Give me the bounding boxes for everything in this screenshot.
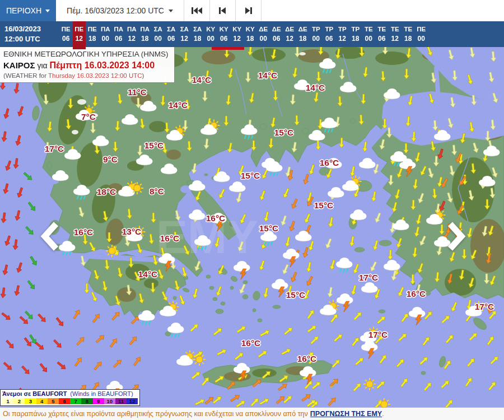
time-column-ΤΕ-12[interactable]: ΤΕ12 [389, 21, 402, 47]
previous-map-chevron[interactable] [38, 221, 63, 254]
beaufort-cell-12: 12 [127, 398, 138, 404]
beaufort-cell-5: 5 [48, 398, 59, 404]
time-column-ΤΡ-18[interactable]: ΤΡ18 [349, 21, 362, 47]
beaufort-cell-6: 6 [59, 398, 70, 404]
time-columns: ΠΕ06ΠΕ12ΠΕ18ΠΑ00ΠΑ06ΠΑ12ΠΑ18ΣΑ00ΣΑ06ΣΑ12… [59, 21, 428, 47]
selected-datetime: 16/03/2023 12:00 UTC [4, 24, 41, 44]
region-dropdown-button[interactable]: ΠΕΡΙΟΧΗ [0, 0, 56, 21]
weather-map: ΕΜΥ11°C14°C14°C14°C14°C7°C17°C15°C9°C15°… [0, 47, 504, 407]
disclaimer-period: . [382, 410, 384, 418]
skip-to-first-button[interactable] [184, 0, 210, 21]
temperature-label: 15°C [259, 223, 279, 233]
temperature-label: 13°C [122, 227, 142, 236]
time-column-ΔΕ-12[interactable]: ΔΕ12 [283, 21, 297, 47]
temperature-label: 18°C [97, 187, 116, 197]
datetime-dropdown-button[interactable]: Πέμ. 16/03/2023 12:00 UTC [56, 0, 184, 21]
time-column-ΠΑ-18[interactable]: ΠΑ18 [138, 21, 152, 47]
temperature-label: 11°C [128, 87, 147, 97]
time-column-ΚΥ-18[interactable]: ΚΥ18 [244, 21, 257, 47]
temperature-label: 17°C [475, 302, 494, 311]
agency-title: ΕΘΝΙΚΗ ΜΕΤΕΩΡΟΛΟΓΙΚΗ ΥΠΗΡΕΣΙΑ (HNMS) [3, 49, 168, 59]
step-back-icon [218, 7, 227, 15]
temperature-label: 16°C [241, 338, 261, 348]
disclaimer-text: Οι παραπάνω χάρτες είναι προϊόντα αριθμη… [3, 410, 308, 418]
temperature-label: 15°C [274, 128, 294, 137]
beaufort-cell-11: 11 [115, 398, 127, 404]
step-forward-button[interactable] [236, 0, 262, 21]
time-column-ΣΑ-06[interactable]: ΣΑ06 [165, 21, 178, 47]
time-column-ΔΕ-06[interactable]: ΔΕ06 [270, 21, 283, 47]
temperature-label: 14°C [258, 71, 278, 80]
temperature-label: 7°C [81, 112, 96, 122]
map-title-box: ΕΘΝΙΚΗ ΜΕΤΕΩΡΟΛΟΓΙΚΗ ΥΠΗΡΕΣΙΑ (HNMS) ΚΑΙ… [0, 47, 175, 83]
beaufort-cell-1: 1 [2, 398, 13, 404]
temperature-label: 16°C [74, 227, 94, 237]
temperature-label: 14°C [169, 100, 188, 110]
timebar-scroll-indicator [212, 47, 244, 50]
time-column-ΚΥ-00[interactable]: ΚΥ00 [204, 21, 218, 47]
next-map-chevron[interactable] [444, 221, 468, 254]
selected-date: 16/03/2023 [4, 24, 41, 34]
legend-title: Άνεμοι σε BEAUFORT(Winds in BEAUFORT) [2, 390, 138, 398]
time-column-ΤΡ-06[interactable]: ΤΡ06 [323, 21, 336, 47]
beaufort-cell-7: 7 [70, 398, 81, 404]
temperature-label: 8°C [150, 186, 164, 196]
time-column-ΤΕ-06[interactable]: ΤΕ06 [375, 21, 389, 47]
temperature-label: 16°C [407, 289, 426, 298]
datetime-dropdown-label: Πέμ. 16/03/2023 12:00 UTC [67, 6, 164, 15]
sun-icon [131, 182, 143, 194]
temperature-label: 16°C [160, 234, 180, 243]
temperature-label: 17°C [368, 330, 388, 339]
step-back-button[interactable] [210, 0, 236, 21]
temperature-label: 17°C [45, 144, 64, 153]
time-column-ΤΡ-12[interactable]: ΤΡ12 [336, 21, 349, 47]
temperature-label: 14°C [192, 75, 212, 85]
temperature-label: 9°C [103, 155, 118, 164]
temperature-label: 14°C [138, 269, 158, 279]
beaufort-cell-9: 9 [93, 398, 104, 404]
time-selection-bar: 16/03/2023 12:00 UTC ΠΕ06ΠΕ12ΠΕ18ΠΑ00ΠΑ0… [0, 21, 504, 47]
beaufort-cell-2: 2 [13, 398, 25, 404]
beaufort-cell-10: 10 [104, 398, 115, 404]
temperature-label: 15°C [314, 200, 334, 210]
region-dropdown-label: ΠΕΡΙΟΧΗ [6, 6, 41, 15]
time-column-ΠΕ-06[interactable]: ΠΕ06 [59, 21, 73, 47]
time-column-ΠΑ-06[interactable]: ΠΑ06 [112, 21, 125, 47]
skip-to-first-icon [192, 7, 202, 15]
beaufort-cell-3: 3 [25, 398, 36, 404]
time-column-ΠΑ-00[interactable]: ΠΑ00 [99, 21, 113, 47]
time-column-ΤΕ-00[interactable]: ΤΕ00 [362, 21, 376, 47]
temperature-label: 16°C [320, 158, 339, 167]
temperature-label: 15°C [286, 290, 306, 300]
time-column-ΠΕ-00[interactable]: ΠΕ00 [415, 21, 428, 47]
time-column-ΚΥ-12[interactable]: ΚΥ12 [231, 21, 244, 47]
sun-icon [363, 378, 376, 390]
temperature-label: 15°C [241, 171, 260, 180]
top-toolbar: ΠΕΡΙΟΧΗ Πέμ. 16/03/2023 12:00 UTC [0, 0, 504, 21]
temperature-label: 15°C [144, 141, 164, 150]
weather-map-canvas: ΕΜΥ11°C14°C14°C14°C14°C7°C17°C15°C9°C15°… [0, 47, 504, 407]
time-column-ΔΕ-00[interactable]: ΔΕ00 [257, 21, 270, 47]
time-column-ΚΥ-06[interactable]: ΚΥ06 [217, 21, 231, 47]
forecast-title: ΚΑΙΡΟΣ για Πέμπτη 16.03.2023 14:00 [3, 59, 168, 72]
temperature-label: 16°C [297, 354, 317, 363]
sun-icon [106, 245, 118, 257]
beaufort-legend: Άνεμοι σε BEAUFORT(Winds in BEAUFORT) 12… [0, 389, 140, 406]
time-column-ΔΕ-18[interactable]: ΔΕ18 [296, 21, 310, 47]
time-column-ΤΕ-18[interactable]: ΤΕ18 [402, 21, 415, 47]
time-column-ΣΑ-18[interactable]: ΣΑ18 [191, 21, 204, 47]
time-column-ΣΑ-00[interactable]: ΣΑ00 [152, 21, 165, 47]
caret-down-icon [45, 10, 50, 12]
time-column-ΣΑ-12[interactable]: ΣΑ12 [178, 21, 192, 47]
time-column-ΤΡ-00[interactable]: ΤΡ00 [310, 21, 323, 47]
chevron-right-icon [444, 221, 468, 252]
chevron-left-icon [38, 221, 63, 252]
temperature-label: 16°C [206, 213, 226, 223]
temperature-label: 14°C [306, 83, 325, 92]
time-column-ΠΕ-18[interactable]: ΠΕ18 [86, 21, 99, 47]
time-column-ΠΕ-12[interactable]: ΠΕ12 [73, 21, 86, 47]
time-column-ΠΑ-12[interactable]: ΠΑ12 [125, 21, 139, 47]
beaufort-cell-8: 8 [81, 398, 92, 404]
emy-forecast-link[interactable]: ΠΡΟΓΝΩΣΗ ΤΗΣ ΕΜΥ [310, 410, 382, 418]
beaufort-scale: 123456789101112 [2, 398, 138, 404]
